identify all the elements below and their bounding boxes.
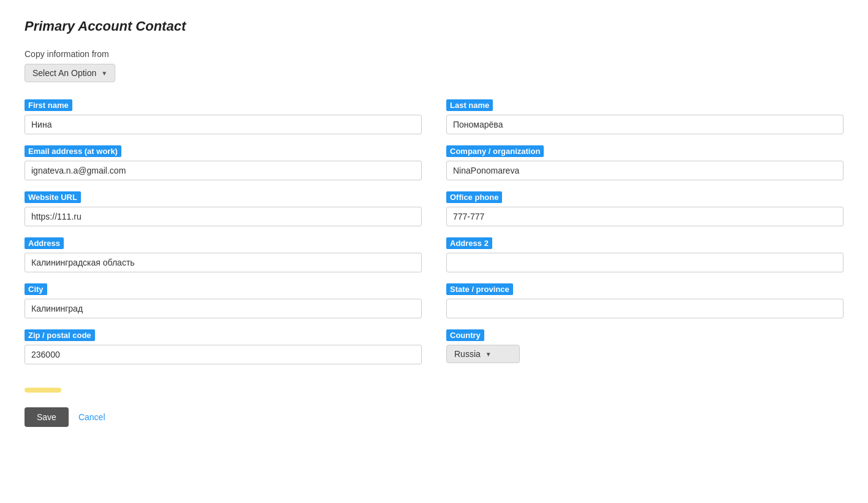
address2-group: Address 2 [446, 237, 843, 272]
form-actions: Save Cancel [25, 407, 843, 427]
email-input[interactable] [25, 161, 422, 180]
city-group: City [25, 283, 422, 318]
zip-group: Zip / postal code [25, 329, 422, 364]
office-phone-input[interactable] [446, 207, 843, 226]
city-input[interactable] [25, 299, 422, 318]
email-label: Email address (at work) [25, 145, 121, 157]
state-input[interactable] [446, 299, 843, 318]
first-name-group: First name [25, 99, 422, 134]
website-input[interactable] [25, 207, 422, 226]
first-name-input[interactable] [25, 115, 422, 134]
address2-label: Address 2 [446, 237, 492, 249]
company-input[interactable] [446, 161, 843, 180]
copy-dropdown-arrow: ▼ [101, 70, 107, 77]
country-dropdown[interactable]: Russia ▼ [446, 345, 520, 363]
country-group: Country Russia ▼ [446, 329, 843, 364]
first-name-label: First name [25, 99, 72, 111]
state-group: State / province [446, 283, 843, 318]
email-group: Email address (at work) [25, 145, 422, 180]
copy-section: Copy information from Select An Option ▼ [25, 49, 843, 82]
copy-dropdown-text: Select An Option [32, 68, 96, 78]
company-group: Company / organization [446, 145, 843, 180]
website-group: Website URL [25, 191, 422, 226]
last-name-group: Last name [446, 99, 843, 134]
city-label: City [25, 283, 47, 295]
last-name-label: Last name [446, 99, 493, 111]
company-label: Company / organization [446, 145, 544, 157]
state-label: State / province [446, 283, 513, 295]
country-value: Russia [454, 349, 481, 359]
country-label: Country [446, 329, 484, 341]
copy-label: Copy information from [25, 49, 843, 59]
page-title: Primary Account Contact [25, 18, 843, 34]
last-name-input[interactable] [446, 115, 843, 134]
office-phone-group: Office phone [446, 191, 843, 226]
address-input[interactable] [25, 253, 422, 272]
form-grid: First name Last name Email address (at w… [25, 99, 843, 375]
copy-dropdown[interactable]: Select An Option ▼ [25, 64, 115, 82]
zip-label: Zip / postal code [25, 329, 95, 341]
address2-input[interactable] [446, 253, 843, 272]
zip-input[interactable] [25, 345, 422, 364]
address-group: Address [25, 237, 422, 272]
save-button[interactable]: Save [25, 407, 69, 427]
office-phone-label: Office phone [446, 191, 502, 203]
cancel-link[interactable]: Cancel [78, 412, 105, 422]
website-label: Website URL [25, 191, 81, 203]
address-label: Address [25, 237, 64, 249]
country-dropdown-arrow: ▼ [485, 351, 492, 358]
yellow-bar-decoration [25, 388, 61, 393]
